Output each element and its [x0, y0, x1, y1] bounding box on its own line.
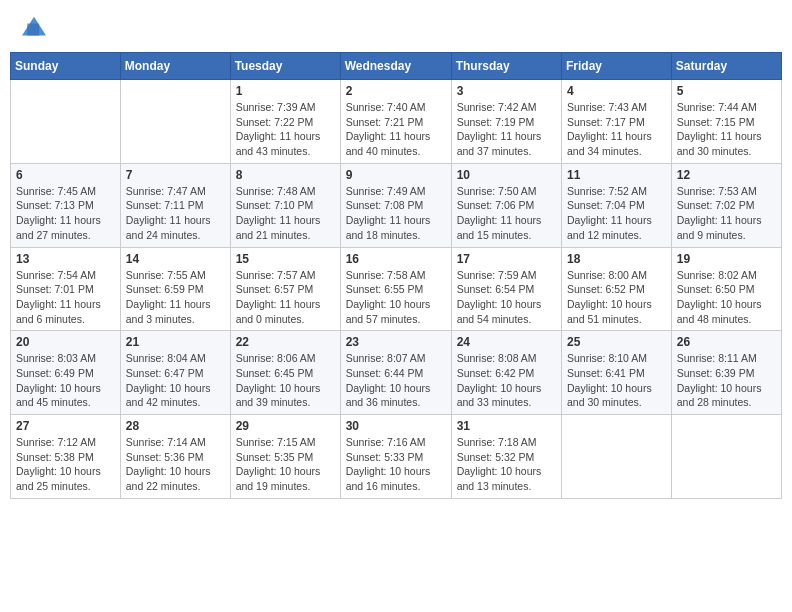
- calendar-cell: 27Sunrise: 7:12 AMSunset: 5:38 PMDayligh…: [11, 415, 121, 499]
- day-info: Sunrise: 7:52 AMSunset: 7:04 PMDaylight:…: [567, 184, 666, 243]
- day-number: 20: [16, 335, 115, 349]
- day-info: Sunrise: 7:42 AMSunset: 7:19 PMDaylight:…: [457, 100, 556, 159]
- calendar-week-row: 1Sunrise: 7:39 AMSunset: 7:22 PMDaylight…: [11, 80, 782, 164]
- day-info: Sunrise: 7:47 AMSunset: 7:11 PMDaylight:…: [126, 184, 225, 243]
- day-info: Sunrise: 8:08 AMSunset: 6:42 PMDaylight:…: [457, 351, 556, 410]
- logo: [20, 15, 52, 39]
- day-info: Sunrise: 8:06 AMSunset: 6:45 PMDaylight:…: [236, 351, 335, 410]
- day-info: Sunrise: 7:44 AMSunset: 7:15 PMDaylight:…: [677, 100, 776, 159]
- day-info: Sunrise: 7:39 AMSunset: 7:22 PMDaylight:…: [236, 100, 335, 159]
- day-info: Sunrise: 7:59 AMSunset: 6:54 PMDaylight:…: [457, 268, 556, 327]
- weekday-header: Thursday: [451, 53, 561, 80]
- calendar-cell: 15Sunrise: 7:57 AMSunset: 6:57 PMDayligh…: [230, 247, 340, 331]
- calendar-cell: 30Sunrise: 7:16 AMSunset: 5:33 PMDayligh…: [340, 415, 451, 499]
- day-number: 22: [236, 335, 335, 349]
- day-number: 30: [346, 419, 446, 433]
- weekday-header: Sunday: [11, 53, 121, 80]
- day-info: Sunrise: 7:16 AMSunset: 5:33 PMDaylight:…: [346, 435, 446, 494]
- day-number: 23: [346, 335, 446, 349]
- day-info: Sunrise: 8:03 AMSunset: 6:49 PMDaylight:…: [16, 351, 115, 410]
- calendar-cell: 25Sunrise: 8:10 AMSunset: 6:41 PMDayligh…: [562, 331, 672, 415]
- day-info: Sunrise: 7:55 AMSunset: 6:59 PMDaylight:…: [126, 268, 225, 327]
- day-number: 25: [567, 335, 666, 349]
- calendar-cell: 13Sunrise: 7:54 AMSunset: 7:01 PMDayligh…: [11, 247, 121, 331]
- calendar-cell: 1Sunrise: 7:39 AMSunset: 7:22 PMDaylight…: [230, 80, 340, 164]
- day-info: Sunrise: 7:54 AMSunset: 7:01 PMDaylight:…: [16, 268, 115, 327]
- calendar-cell: [120, 80, 230, 164]
- day-info: Sunrise: 7:49 AMSunset: 7:08 PMDaylight:…: [346, 184, 446, 243]
- calendar-week-row: 13Sunrise: 7:54 AMSunset: 7:01 PMDayligh…: [11, 247, 782, 331]
- calendar-cell: 19Sunrise: 8:02 AMSunset: 6:50 PMDayligh…: [671, 247, 781, 331]
- day-info: Sunrise: 7:15 AMSunset: 5:35 PMDaylight:…: [236, 435, 335, 494]
- day-info: Sunrise: 7:58 AMSunset: 6:55 PMDaylight:…: [346, 268, 446, 327]
- calendar-cell: [671, 415, 781, 499]
- day-info: Sunrise: 7:48 AMSunset: 7:10 PMDaylight:…: [236, 184, 335, 243]
- day-number: 17: [457, 252, 556, 266]
- day-info: Sunrise: 7:50 AMSunset: 7:06 PMDaylight:…: [457, 184, 556, 243]
- calendar-cell: [11, 80, 121, 164]
- day-number: 8: [236, 168, 335, 182]
- calendar-week-row: 20Sunrise: 8:03 AMSunset: 6:49 PMDayligh…: [11, 331, 782, 415]
- day-info: Sunrise: 7:43 AMSunset: 7:17 PMDaylight:…: [567, 100, 666, 159]
- day-info: Sunrise: 7:14 AMSunset: 5:36 PMDaylight:…: [126, 435, 225, 494]
- calendar-cell: 7Sunrise: 7:47 AMSunset: 7:11 PMDaylight…: [120, 163, 230, 247]
- calendar-cell: 8Sunrise: 7:48 AMSunset: 7:10 PMDaylight…: [230, 163, 340, 247]
- day-number: 19: [677, 252, 776, 266]
- day-info: Sunrise: 7:18 AMSunset: 5:32 PMDaylight:…: [457, 435, 556, 494]
- calendar-cell: 9Sunrise: 7:49 AMSunset: 7:08 PMDaylight…: [340, 163, 451, 247]
- day-number: 24: [457, 335, 556, 349]
- day-number: 16: [346, 252, 446, 266]
- calendar-cell: 18Sunrise: 8:00 AMSunset: 6:52 PMDayligh…: [562, 247, 672, 331]
- calendar-cell: 16Sunrise: 7:58 AMSunset: 6:55 PMDayligh…: [340, 247, 451, 331]
- day-number: 11: [567, 168, 666, 182]
- day-info: Sunrise: 7:53 AMSunset: 7:02 PMDaylight:…: [677, 184, 776, 243]
- calendar-cell: 31Sunrise: 7:18 AMSunset: 5:32 PMDayligh…: [451, 415, 561, 499]
- calendar-cell: 2Sunrise: 7:40 AMSunset: 7:21 PMDaylight…: [340, 80, 451, 164]
- calendar-header-row: SundayMondayTuesdayWednesdayThursdayFrid…: [11, 53, 782, 80]
- calendar-cell: 24Sunrise: 8:08 AMSunset: 6:42 PMDayligh…: [451, 331, 561, 415]
- calendar-cell: 26Sunrise: 8:11 AMSunset: 6:39 PMDayligh…: [671, 331, 781, 415]
- logo-icon: [20, 15, 48, 39]
- calendar-cell: 20Sunrise: 8:03 AMSunset: 6:49 PMDayligh…: [11, 331, 121, 415]
- day-number: 12: [677, 168, 776, 182]
- calendar-cell: 14Sunrise: 7:55 AMSunset: 6:59 PMDayligh…: [120, 247, 230, 331]
- day-number: 6: [16, 168, 115, 182]
- day-number: 1: [236, 84, 335, 98]
- weekday-header: Saturday: [671, 53, 781, 80]
- day-number: 7: [126, 168, 225, 182]
- day-number: 2: [346, 84, 446, 98]
- day-number: 27: [16, 419, 115, 433]
- calendar-cell: 11Sunrise: 7:52 AMSunset: 7:04 PMDayligh…: [562, 163, 672, 247]
- calendar-week-row: 6Sunrise: 7:45 AMSunset: 7:13 PMDaylight…: [11, 163, 782, 247]
- day-number: 4: [567, 84, 666, 98]
- day-number: 31: [457, 419, 556, 433]
- calendar-cell: 5Sunrise: 7:44 AMSunset: 7:15 PMDaylight…: [671, 80, 781, 164]
- weekday-header: Tuesday: [230, 53, 340, 80]
- day-info: Sunrise: 8:11 AMSunset: 6:39 PMDaylight:…: [677, 351, 776, 410]
- calendar-cell: 6Sunrise: 7:45 AMSunset: 7:13 PMDaylight…: [11, 163, 121, 247]
- day-number: 3: [457, 84, 556, 98]
- day-number: 13: [16, 252, 115, 266]
- day-info: Sunrise: 8:02 AMSunset: 6:50 PMDaylight:…: [677, 268, 776, 327]
- calendar-cell: 12Sunrise: 7:53 AMSunset: 7:02 PMDayligh…: [671, 163, 781, 247]
- calendar-cell: 4Sunrise: 7:43 AMSunset: 7:17 PMDaylight…: [562, 80, 672, 164]
- day-info: Sunrise: 7:40 AMSunset: 7:21 PMDaylight:…: [346, 100, 446, 159]
- page-header: [10, 10, 782, 44]
- calendar-cell: 23Sunrise: 8:07 AMSunset: 6:44 PMDayligh…: [340, 331, 451, 415]
- day-number: 18: [567, 252, 666, 266]
- day-number: 10: [457, 168, 556, 182]
- weekday-header: Monday: [120, 53, 230, 80]
- weekday-header: Wednesday: [340, 53, 451, 80]
- day-info: Sunrise: 7:12 AMSunset: 5:38 PMDaylight:…: [16, 435, 115, 494]
- day-info: Sunrise: 8:10 AMSunset: 6:41 PMDaylight:…: [567, 351, 666, 410]
- day-number: 28: [126, 419, 225, 433]
- svg-marker-1: [27, 24, 39, 36]
- weekday-header: Friday: [562, 53, 672, 80]
- day-info: Sunrise: 8:00 AMSunset: 6:52 PMDaylight:…: [567, 268, 666, 327]
- calendar-week-row: 27Sunrise: 7:12 AMSunset: 5:38 PMDayligh…: [11, 415, 782, 499]
- day-number: 15: [236, 252, 335, 266]
- calendar-cell: 3Sunrise: 7:42 AMSunset: 7:19 PMDaylight…: [451, 80, 561, 164]
- day-info: Sunrise: 7:45 AMSunset: 7:13 PMDaylight:…: [16, 184, 115, 243]
- day-info: Sunrise: 7:57 AMSunset: 6:57 PMDaylight:…: [236, 268, 335, 327]
- day-number: 9: [346, 168, 446, 182]
